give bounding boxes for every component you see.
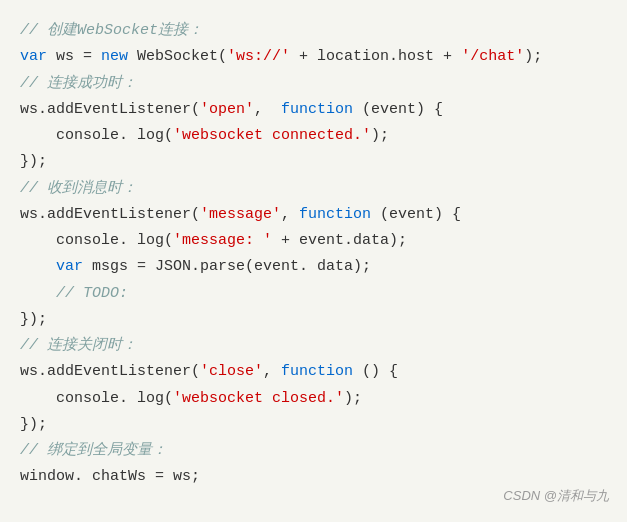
keyword-token: var (20, 44, 47, 70)
code-line: // 连接成功时： (20, 71, 607, 97)
comment-token (20, 281, 56, 307)
code-line: ws.addEventListener('open', function (ev… (20, 97, 607, 123)
comment-token: // 创建WebSocket连接： (20, 18, 203, 44)
keyword-token: new (101, 44, 128, 70)
normal-token: , (281, 202, 299, 228)
code-line: ws.addEventListener('message', function … (20, 202, 607, 228)
normal-token (20, 254, 56, 280)
string-token: 'message' (200, 202, 281, 228)
normal-token: console. log( (20, 228, 173, 254)
normal-token: WebSocket( (128, 44, 227, 70)
code-line: ws.addEventListener('close', function ()… (20, 359, 607, 385)
code-line: }); (20, 412, 607, 438)
string-token: 'message: ' (173, 228, 272, 254)
code-line: var msgs = JSON.parse(event. data); (20, 254, 607, 280)
normal-token: }); (20, 412, 47, 438)
normal-token: , (263, 359, 281, 385)
string-token: 'open' (200, 97, 254, 123)
code-line: console. log('websocket closed.'); (20, 386, 607, 412)
normal-token: (event) { (353, 97, 443, 123)
normal-token: window. chatWs = ws; (20, 464, 200, 490)
comment-token: // 连接关闭时： (20, 333, 137, 359)
code-block: // 创建WebSocket连接：var ws = new WebSocket(… (0, 0, 627, 522)
string-token: 'ws://' (227, 44, 290, 70)
normal-token: () { (353, 359, 398, 385)
normal-token: ws = (47, 44, 101, 70)
keyword-token: function (299, 202, 371, 228)
code-line: console. log('websocket connected.'); (20, 123, 607, 149)
keyword-token: var (56, 254, 83, 280)
normal-token: console. log( (20, 123, 173, 149)
normal-token: console. log( (20, 386, 173, 412)
string-token: 'websocket connected.' (173, 123, 371, 149)
normal-token: + event.data); (272, 228, 407, 254)
string-token: 'close' (200, 359, 263, 385)
code-line: // TODO: (20, 281, 607, 307)
normal-token: ws.addEventListener( (20, 97, 200, 123)
normal-token: , (254, 97, 281, 123)
keyword-token: function (281, 97, 353, 123)
code-line: // 创建WebSocket连接： (20, 18, 607, 44)
normal-token: ); (524, 44, 542, 70)
normal-token: }); (20, 307, 47, 333)
normal-token: ); (371, 123, 389, 149)
code-line: // 收到消息时： (20, 176, 607, 202)
normal-token: + location.host + (290, 44, 461, 70)
normal-token: ws.addEventListener( (20, 202, 200, 228)
normal-token: ); (344, 386, 362, 412)
code-line: // 连接关闭时： (20, 333, 607, 359)
code-lines: // 创建WebSocket连接：var ws = new WebSocket(… (20, 18, 607, 491)
comment-token: // 收到消息时： (20, 176, 137, 202)
normal-token: ws.addEventListener( (20, 359, 200, 385)
code-line: }); (20, 307, 607, 333)
normal-token: msgs = JSON.parse(event. data); (83, 254, 371, 280)
code-line: }); (20, 149, 607, 175)
normal-token: }); (20, 149, 47, 175)
code-line: // 绑定到全局变量： (20, 438, 607, 464)
comment-token: // 连接成功时： (20, 71, 137, 97)
code-line: var ws = new WebSocket('ws://' + locatio… (20, 44, 607, 70)
watermark: CSDN @清和与九 (503, 485, 609, 508)
comment-token: // TODO: (56, 281, 128, 307)
comment-token: // 绑定到全局变量： (20, 438, 167, 464)
string-token: '/chat' (461, 44, 524, 70)
keyword-token: function (281, 359, 353, 385)
normal-token: (event) { (371, 202, 461, 228)
string-token: 'websocket closed.' (173, 386, 344, 412)
code-line: console. log('message: ' + event.data); (20, 228, 607, 254)
